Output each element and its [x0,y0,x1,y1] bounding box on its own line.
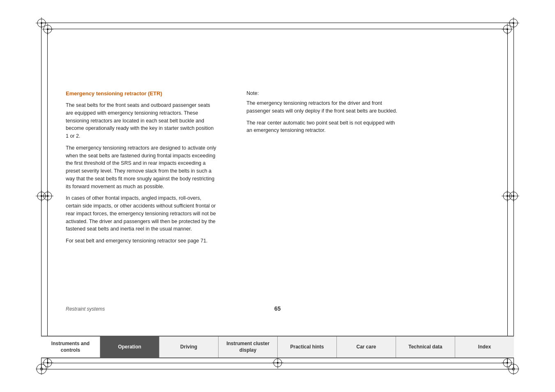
left-column: Emergency tensioning retractor (ETR) The… [66,90,218,249]
section-title: Emergency tensioning retractor (ETR) [66,90,218,97]
reg-mark-bottom-left-inner [42,357,53,369]
tab-practical-hints[interactable]: Practical hints [278,337,337,357]
note-paragraph-2: The rear center automatic two point seat… [246,119,398,135]
paragraph-4: For seat belt and emergency tensioning r… [66,237,218,245]
note-label: Note: [246,90,398,96]
tab-operation[interactable]: Operation [100,337,159,357]
page-number: 65 [274,305,281,312]
reg-mark-bottom-right-inner [502,357,513,369]
tab-instrument-cluster-display[interactable]: Instrument cluster display [219,337,278,357]
reg-mark-mid-left-inner [42,190,53,202]
paragraph-3: In cases of other frontal impacts, angle… [66,194,218,233]
tab-car-care[interactable]: Car care [337,337,396,357]
paragraph-1: The seat belts for the front seats and o… [66,101,218,140]
paragraph-2: The emergency tensioning retractors are … [66,144,218,191]
tab-technical-data[interactable]: Technical data [396,337,455,357]
tab-index[interactable]: Index [455,337,514,357]
tab-driving[interactable]: Driving [159,337,219,357]
content-area: Emergency tensioning retractor (ETR) The… [66,90,489,302]
note-paragraph-1: The emergency tensioning retractors for … [246,99,398,115]
tab-instruments-and-controls[interactable]: Instruments and controls [41,337,100,357]
section-label: Restraint systems [66,306,105,312]
right-column: Note: The emergency tensioning retractor… [246,90,398,138]
reg-mark-mid-right-inner [502,190,513,202]
reg-mark-bottom-center [272,357,283,369]
nav-tabs: Instruments and controls Operation Drivi… [41,336,514,358]
reg-mark-top-left-inner [42,23,53,35]
reg-mark-top-right-inner [502,23,513,35]
